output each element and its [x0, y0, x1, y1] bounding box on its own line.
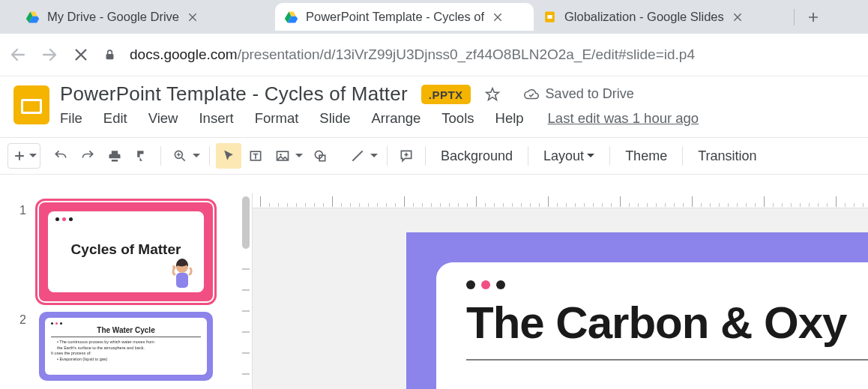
- file-badge: .PPTX: [421, 85, 471, 104]
- caret-down-icon[interactable]: [295, 154, 303, 158]
- caret-down-icon[interactable]: [193, 154, 200, 158]
- menu-insert[interactable]: Insert: [199, 110, 233, 127]
- undo-button[interactable]: [48, 143, 73, 169]
- work-area: 1 Cycles of Matter 2: [0, 193, 868, 389]
- svg-rect-9: [547, 15, 552, 19]
- svg-rect-10: [106, 54, 114, 59]
- slides-app-icon[interactable]: [13, 85, 49, 124]
- new-slide-button[interactable]: [7, 143, 40, 169]
- tab-separator: [794, 9, 795, 25]
- redo-button[interactable]: [75, 143, 100, 169]
- slide-thumb-1[interactable]: Cycles of Matter: [39, 202, 213, 301]
- image-tool[interactable]: [270, 143, 295, 169]
- close-icon[interactable]: [492, 11, 504, 23]
- theme-button[interactable]: Theme: [616, 148, 676, 164]
- browser-tabstrip: My Drive - Google Drive PowerPoint Templ…: [0, 0, 868, 34]
- toolbar-separator: [682, 146, 683, 166]
- paint-format-button[interactable]: [129, 143, 154, 169]
- menu-edit[interactable]: Edit: [103, 110, 127, 127]
- select-tool[interactable]: [216, 143, 241, 169]
- toolbar-separator: [387, 146, 388, 166]
- menu-slide[interactable]: Slide: [319, 110, 350, 127]
- zoom-button[interactable]: [167, 143, 193, 169]
- svg-point-19: [172, 265, 175, 268]
- svg-rect-17: [176, 273, 188, 288]
- horizontal-ruler[interactable]: [253, 193, 868, 208]
- toolbar-separator: [160, 146, 161, 166]
- menu-help[interactable]: Help: [495, 110, 524, 127]
- canvas-wrap: The Carbon & Oxy: [252, 193, 868, 389]
- tab-presentation-active[interactable]: PowerPoint Template - Cycles of: [275, 3, 534, 31]
- cloud-icon: [523, 86, 540, 103]
- menu-file[interactable]: File: [60, 110, 82, 127]
- caret-down-icon[interactable]: [29, 154, 37, 158]
- tab-title: My Drive - Google Drive: [47, 10, 179, 24]
- decorative-line: [466, 359, 868, 361]
- address-bar[interactable]: docs.google.com/presentation/d/13iVrZ99j…: [103, 46, 695, 63]
- lock-icon: [103, 49, 116, 61]
- forward-button[interactable]: [40, 46, 58, 64]
- thumb-title: Cycles of Matter: [48, 241, 204, 258]
- save-status[interactable]: Saved to Drive: [523, 86, 634, 103]
- background-button[interactable]: Background: [432, 148, 522, 164]
- thumb-title: The Water Cycle: [51, 326, 201, 334]
- slide-number: 1: [19, 202, 30, 301]
- tab-drive[interactable]: My Drive - Google Drive: [16, 3, 275, 31]
- drive-icon: [25, 10, 40, 24]
- toolbar-separator: [425, 146, 426, 166]
- menu-tools[interactable]: Tools: [441, 110, 474, 127]
- save-status-text: Saved to Drive: [546, 86, 634, 102]
- thumb-body: • The continuous process by which water …: [51, 340, 201, 363]
- toolbar-separator: [209, 146, 210, 166]
- tab-title: PowerPoint Template - Cycles of: [306, 10, 484, 24]
- textbox-tool[interactable]: [243, 143, 268, 169]
- formatting-toolbar: Background Layout Theme Transition: [0, 137, 868, 175]
- caret-down-icon[interactable]: [370, 154, 378, 158]
- menu-format[interactable]: Format: [255, 110, 299, 127]
- url-host: docs.google.com: [130, 46, 238, 63]
- slide-thumb-2[interactable]: The Water Cycle • The continuous process…: [39, 312, 213, 381]
- toolbar-separator: [528, 146, 528, 166]
- toolbar-separator: [609, 146, 610, 166]
- scrollbar-thumb[interactable]: [242, 196, 250, 249]
- slide-thumb-row: 1 Cycles of Matter: [19, 202, 232, 301]
- slide-number: 2: [19, 312, 30, 381]
- slides-icon: [543, 10, 557, 24]
- slide-title-text[interactable]: The Carbon & Oxy: [466, 297, 868, 349]
- slide-content[interactable]: The Carbon & Oxy: [406, 232, 868, 389]
- menu-bar: File Edit View Insert Format Slide Arran…: [60, 110, 699, 127]
- close-icon[interactable]: [732, 11, 744, 23]
- star-button[interactable]: [484, 86, 501, 103]
- transition-button[interactable]: Transition: [689, 148, 765, 164]
- url-path: /presentation/d/13iVrZ99jU3Djnss0_zf44O8…: [238, 46, 695, 63]
- layout-button[interactable]: Layout: [534, 148, 603, 164]
- person-illustration: [166, 256, 198, 289]
- print-button[interactable]: [102, 143, 127, 169]
- slide-thumb-row: 2 The Water Cycle • The continuous proce…: [19, 312, 232, 381]
- tab-globalization[interactable]: Globalization - Google Slides: [534, 3, 792, 31]
- slides-favicon: [284, 10, 298, 24]
- slide-canvas[interactable]: The Carbon & Oxy: [253, 208, 868, 389]
- browser-toolbar: docs.google.com/presentation/d/13iVrZ99j…: [0, 34, 868, 76]
- filmstrip-scrollbar[interactable]: [240, 193, 252, 389]
- stop-reload-button[interactable]: [72, 46, 90, 64]
- decorative-dots: [466, 280, 868, 289]
- tab-title: Globalization - Google Slides: [564, 10, 724, 24]
- menu-view[interactable]: View: [148, 110, 178, 127]
- filmstrip: 1 Cycles of Matter 2: [0, 193, 240, 389]
- back-button[interactable]: [9, 46, 27, 64]
- menu-arrange[interactable]: Arrange: [371, 110, 421, 127]
- doc-title[interactable]: PowerPoint Template - Cycles of Matter: [60, 82, 408, 106]
- last-edit-link[interactable]: Last edit was 1 hour ago: [548, 110, 699, 127]
- new-tab-button[interactable]: [802, 6, 825, 28]
- comment-button[interactable]: [394, 143, 419, 169]
- doc-header: PowerPoint Template - Cycles of Matter .…: [0, 76, 868, 127]
- svg-point-14: [280, 154, 282, 156]
- shape-tool[interactable]: [307, 143, 333, 169]
- close-icon[interactable]: [187, 11, 199, 23]
- line-tool[interactable]: [345, 143, 370, 169]
